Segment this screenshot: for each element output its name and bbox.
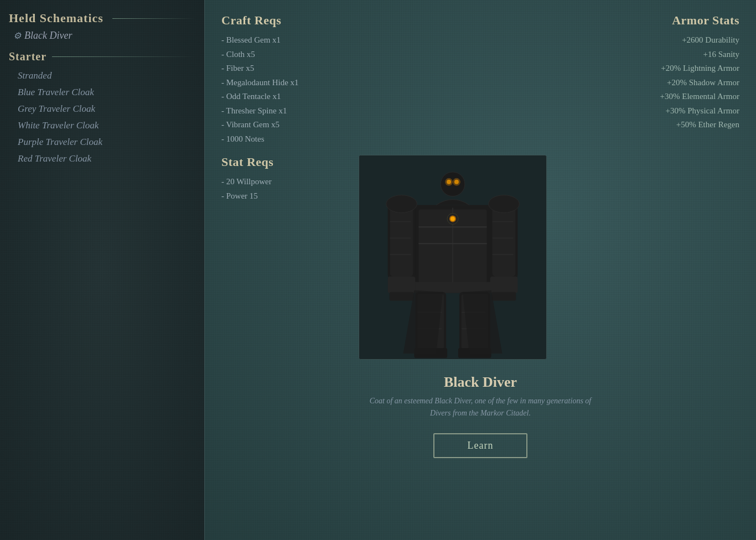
svg-rect-20 bbox=[388, 277, 416, 293]
stat-reqs-title: Stat Reqs bbox=[221, 155, 310, 169]
armor-stat-item: +30% Elemental Armor bbox=[601, 90, 739, 104]
item-name: Black Diver bbox=[444, 374, 517, 391]
schematic-list: StrandedBlue Traveler CloakGrey Traveler… bbox=[9, 68, 195, 167]
armor-image bbox=[359, 155, 546, 359]
armor-stat-item: +2600 Durability bbox=[601, 33, 739, 48]
craft-req-item: - Megalodaunt Hide x1 bbox=[221, 76, 590, 90]
right-panel: Craft Reqs - Blessed Gem x1- Cloth x5- F… bbox=[205, 0, 756, 540]
armor-stats-title: Armor Stats bbox=[601, 13, 739, 28]
craft-req-item: - Cloth x5 bbox=[221, 48, 590, 62]
svg-point-7 bbox=[441, 172, 465, 196]
schematic-item-red-traveler-cloak[interactable]: Red Traveler Cloak bbox=[15, 150, 195, 167]
armor-stat-item: +50% Ether Regen bbox=[601, 118, 739, 132]
held-item-icon: ⚙ bbox=[13, 30, 21, 41]
item-description: Coat of an esteemed Black Diver, one of … bbox=[364, 395, 597, 420]
stat-req-item: - Power 15 bbox=[221, 189, 310, 204]
starter-header: Starter bbox=[9, 50, 195, 63]
craft-req-item: - Odd Tentacle x1 bbox=[221, 90, 590, 104]
bottom-section: Black Diver Coat of an esteemed Black Di… bbox=[221, 365, 739, 458]
armor-stat-item: +30% Physical Armor bbox=[601, 104, 739, 118]
svg-point-11 bbox=[453, 178, 460, 186]
stat-reqs-list: - 20 Willpower- Power 15 bbox=[221, 175, 310, 203]
craft-reqs-list: - Blessed Gem x1- Cloth x5- Fiber x5- Me… bbox=[221, 33, 590, 146]
craft-reqs-title: Craft Reqs bbox=[221, 13, 590, 28]
svg-point-40 bbox=[489, 195, 520, 213]
craft-reqs-section: Craft Reqs - Blessed Gem x1- Cloth x5- F… bbox=[221, 13, 590, 146]
svg-rect-21 bbox=[390, 292, 414, 301]
held-item-name: Black Diver bbox=[24, 30, 72, 41]
held-schematics-title: Held Schematics bbox=[9, 11, 103, 25]
stat-req-item: - 20 Willpower bbox=[221, 175, 310, 189]
schematic-item-stranded[interactable]: Stranded bbox=[15, 68, 195, 84]
craft-req-item: - Thresher Spine x1 bbox=[221, 104, 590, 118]
stat-reqs-section: Stat Reqs - 20 Willpower- Power 15 bbox=[221, 155, 310, 203]
starter-title: Starter bbox=[9, 50, 46, 63]
craft-req-item: - 1000 Notes bbox=[221, 132, 590, 147]
held-schematics-header: Held Schematics bbox=[9, 11, 195, 25]
schematic-item-grey-traveler-cloak[interactable]: Grey Traveler Cloak bbox=[15, 101, 195, 117]
armor-stats-list: +2600 Durability+16 Sanity+20% Lightning… bbox=[601, 33, 739, 132]
header-divider bbox=[112, 18, 195, 19]
craft-req-item: - Blessed Gem x1 bbox=[221, 33, 590, 48]
learn-button[interactable]: Learn bbox=[433, 433, 528, 458]
svg-rect-16 bbox=[390, 205, 413, 277]
armor-image-section bbox=[321, 155, 584, 360]
armor-stat-item: +20% Shadow Armor bbox=[601, 76, 739, 90]
item-preview bbox=[359, 155, 547, 360]
svg-point-14 bbox=[451, 216, 455, 221]
svg-point-39 bbox=[386, 195, 417, 213]
schematic-item-white-traveler-cloak[interactable]: White Traveler Cloak bbox=[15, 117, 195, 134]
armor-stats-section: Armor Stats +2600 Durability+16 Sanity+2… bbox=[601, 13, 739, 132]
top-section: Craft Reqs - Blessed Gem x1- Cloth x5- F… bbox=[221, 13, 739, 146]
craft-req-item: - Vibrant Gem x5 bbox=[221, 118, 590, 132]
armor-stat-item: +16 Sanity bbox=[601, 48, 739, 62]
armor-stat-item: +20% Lightning Armor bbox=[601, 61, 739, 76]
schematic-item-purple-traveler-cloak[interactable]: Purple Traveler Cloak bbox=[15, 134, 195, 150]
held-item-display: ⚙ Black Diver bbox=[9, 28, 195, 44]
svg-rect-23 bbox=[493, 205, 516, 277]
craft-req-item: - Fiber x5 bbox=[221, 61, 590, 76]
starter-divider bbox=[52, 56, 195, 57]
svg-point-10 bbox=[445, 178, 453, 186]
middle-section: Stat Reqs - 20 Willpower- Power 15 bbox=[221, 155, 739, 360]
svg-rect-28 bbox=[492, 292, 516, 301]
svg-rect-27 bbox=[490, 277, 518, 293]
left-panel: Held Schematics ⚙ Black Diver Starter St… bbox=[0, 0, 205, 540]
right-layout: Craft Reqs - Blessed Gem x1- Cloth x5- F… bbox=[221, 13, 739, 527]
schematic-item-blue-traveler-cloak[interactable]: Blue Traveler Cloak bbox=[15, 84, 195, 101]
